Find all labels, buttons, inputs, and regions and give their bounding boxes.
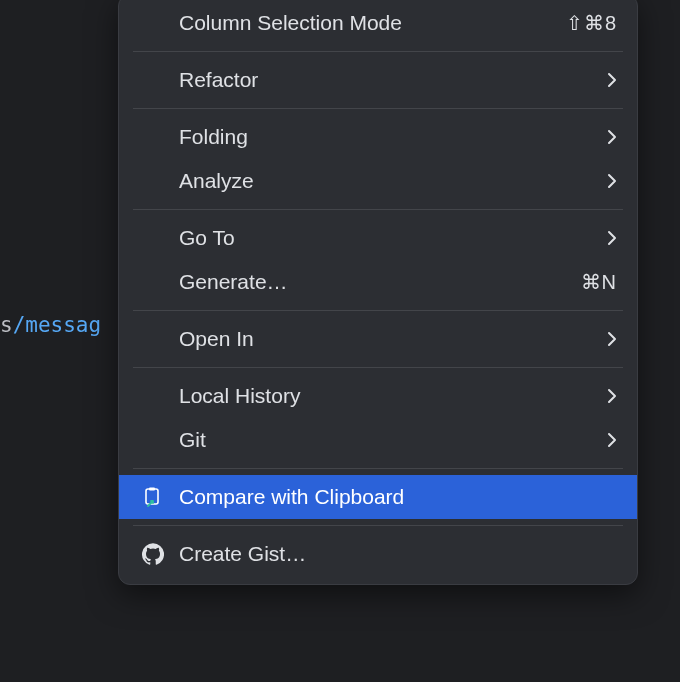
chevron-right-icon bbox=[607, 129, 617, 145]
menu-item-shortcut: ⇧⌘8 bbox=[566, 11, 617, 35]
menu-separator bbox=[133, 367, 623, 368]
menu-item-label: Analyze bbox=[179, 169, 595, 193]
svg-rect-1 bbox=[149, 488, 155, 491]
chevron-right-icon bbox=[607, 432, 617, 448]
menu-item-label: Create Gist… bbox=[179, 542, 617, 566]
menu-separator bbox=[133, 525, 623, 526]
menu-item-open-in[interactable]: Open In bbox=[119, 317, 637, 361]
menu-item-label: Generate… bbox=[179, 270, 569, 294]
menu-item-analyze[interactable]: Analyze bbox=[119, 159, 637, 203]
chevron-right-icon bbox=[607, 173, 617, 189]
menu-item-refactor[interactable]: Refactor bbox=[119, 58, 637, 102]
menu-item-label: Go To bbox=[179, 226, 595, 250]
code-text: s/messag bbox=[0, 313, 101, 337]
diff-clipboard-icon bbox=[139, 486, 167, 508]
menu-item-label: Folding bbox=[179, 125, 595, 149]
menu-item-column-selection[interactable]: Column Selection Mode⇧⌘8 bbox=[119, 1, 637, 45]
chevron-right-icon bbox=[607, 72, 617, 88]
menu-item-folding[interactable]: Folding bbox=[119, 115, 637, 159]
menu-item-generate[interactable]: Generate…⌘N bbox=[119, 260, 637, 304]
menu-item-create-gist[interactable]: Create Gist… bbox=[119, 532, 637, 576]
menu-item-git[interactable]: Git bbox=[119, 418, 637, 462]
chevron-right-icon bbox=[607, 230, 617, 246]
menu-separator bbox=[133, 51, 623, 52]
menu-item-local-history[interactable]: Local History bbox=[119, 374, 637, 418]
menu-item-label: Git bbox=[179, 428, 595, 452]
menu-item-label: Refactor bbox=[179, 68, 595, 92]
chevron-right-icon bbox=[607, 331, 617, 347]
menu-item-label: Column Selection Mode bbox=[179, 11, 554, 35]
menu-item-goto[interactable]: Go To bbox=[119, 216, 637, 260]
menu-separator bbox=[133, 310, 623, 311]
menu-item-label: Local History bbox=[179, 384, 595, 408]
context-menu: Column Selection Mode⇧⌘8RefactorFoldingA… bbox=[118, 0, 638, 585]
menu-item-label: Compare with Clipboard bbox=[179, 485, 617, 509]
menu-separator bbox=[133, 468, 623, 469]
menu-item-shortcut: ⌘N bbox=[581, 270, 617, 294]
menu-separator bbox=[133, 209, 623, 210]
chevron-right-icon bbox=[607, 388, 617, 404]
menu-item-label: Open In bbox=[179, 327, 595, 351]
menu-separator bbox=[133, 108, 623, 109]
github-icon bbox=[139, 543, 167, 565]
menu-item-compare-clipboard[interactable]: Compare with Clipboard bbox=[119, 475, 637, 519]
